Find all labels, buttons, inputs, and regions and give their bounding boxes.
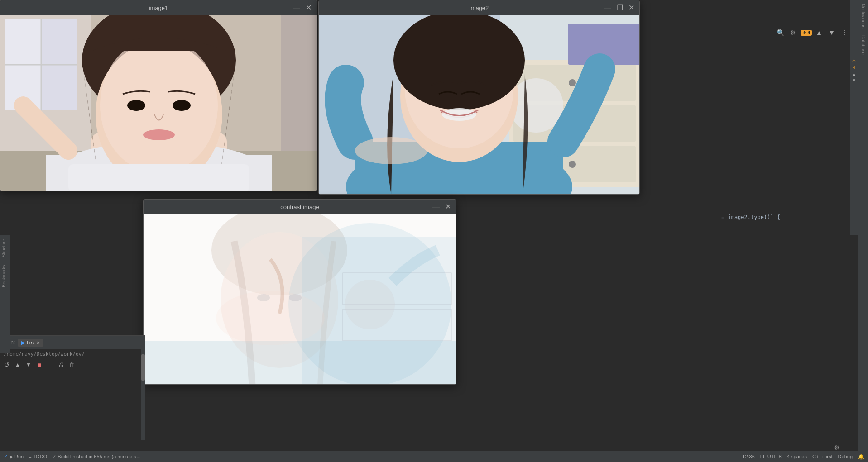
svg-point-47 [345, 280, 395, 329]
scrollbar-thumb [141, 354, 145, 381]
notif-sidebar: ⚠ 4 ▲ ▼ [850, 0, 858, 235]
image1-content [0, 15, 317, 191]
clear-button[interactable]: 🗑 [67, 360, 77, 370]
status-bar: ✓ ▶ Run ≡ TODO ✓ Build finished in 555 m… [0, 451, 868, 462]
status-mode: Debug [838, 454, 853, 459]
bookmarks-tab[interactable]: Bookmarks [0, 261, 10, 291]
top-right-toolbar: 🔍 ⚙ ⚠ 4 ▲ ▼ ⋮ [775, 27, 850, 38]
status-bar-right: 12:36 LF UTF-8 4 spaces C++: first Debug… [742, 454, 864, 460]
image2-close-button[interactable]: ✕ [627, 4, 636, 11]
stop-button[interactable]: ■ [34, 360, 44, 370]
status-indent: 4 spaces [787, 454, 807, 459]
svg-point-38 [355, 137, 427, 164]
image2-minimize-button[interactable]: — [603, 4, 613, 11]
build-text: ▶ Run ≡ TODO ✓ Build finished in 555 ms … [10, 454, 141, 460]
run-toolbar: ↺ ▲ ▼ ■ ≡ 🖨 🗑 [0, 359, 145, 371]
image2-restore-button[interactable]: ❐ [615, 4, 624, 11]
scroll-down-button[interactable]: ▼ [24, 360, 34, 370]
contrast-controls: — ✕ [431, 203, 452, 210]
contrast-svg [144, 214, 456, 385]
notif-up-button[interactable]: ▲ [852, 71, 856, 76]
svg-point-16 [173, 100, 191, 111]
run-icon[interactable]: ▶ Run [10, 454, 24, 459]
image1-minimize-button[interactable]: — [292, 4, 302, 11]
run-tab-name: first [27, 340, 35, 345]
top-toolbar-down[interactable]: ▼ [826, 27, 837, 38]
svg-point-51 [216, 291, 325, 345]
structure-tab[interactable]: Structure [0, 235, 10, 261]
image2-titlebar[interactable]: image2 — ❐ ✕ [319, 0, 639, 15]
top-toolbar-up[interactable]: ▲ [814, 27, 825, 38]
run-tab-icon: ▶ [21, 340, 25, 346]
image1-svg [0, 15, 317, 191]
code-text: = image2.type()) { [721, 214, 780, 220]
image2-window: image2 — ❐ ✕ [318, 0, 640, 195]
image1-controls: — ✕ [292, 4, 313, 11]
print-button[interactable]: 🖨 [56, 360, 66, 370]
image1-titlebar[interactable]: image1 — ✕ [0, 0, 317, 15]
image1-close-button[interactable]: ✕ [304, 4, 313, 11]
image2-controls: — ❐ ✕ [603, 4, 636, 11]
run-panel: Run: ▶ first × /home/navy/Desktop/work/o… [0, 335, 145, 462]
status-encoding: LF UTF-8 [760, 454, 782, 459]
notifications-tab[interactable]: Notifications [860, 0, 867, 32]
bottom-right-controls: ⚙ — [834, 444, 850, 451]
run-tab[interactable]: ▶ first × [18, 339, 43, 347]
warning-count: 4 [853, 65, 855, 70]
minimize-panel-button[interactable]: — [844, 444, 850, 451]
image1-title: image1 [149, 5, 168, 11]
warning-icon: ⚠ [852, 58, 856, 64]
svg-point-17 [143, 129, 175, 140]
notif-down-button[interactable]: ▼ [852, 78, 856, 83]
warning-badge: ⚠ 4 [801, 30, 812, 36]
image2-title: image2 [470, 5, 489, 11]
image2-svg [319, 15, 640, 195]
svg-rect-18 [68, 164, 249, 191]
contrast-content [144, 214, 456, 385]
rerun-button[interactable]: ↺ [2, 360, 12, 370]
code-line-1: = image2.type()) { [718, 213, 858, 221]
right-sidebar: Notifications Database [858, 0, 868, 462]
build-icon: ✓ [4, 454, 8, 460]
svg-point-14 [100, 38, 218, 173]
top-toolbar-search[interactable]: 🔍 [775, 27, 786, 38]
run-tab-close[interactable]: × [37, 340, 39, 345]
contrast-window: contrast image — ✕ [143, 199, 456, 385]
console-path: /home/navy/Desktop/work/ov/f [0, 349, 145, 359]
todo-icon[interactable]: ≡ TODO [29, 454, 47, 459]
svg-point-36 [393, 15, 525, 110]
image2-content [319, 15, 640, 195]
status-notif[interactable]: 🔔 [858, 454, 864, 460]
top-toolbar-settings[interactable]: ⚙ [788, 27, 799, 38]
svg-point-15 [127, 100, 145, 111]
status-time: 12:36 [742, 454, 755, 459]
panel-scrollbar[interactable] [141, 349, 145, 440]
svg-point-37 [442, 108, 476, 121]
svg-rect-50 [144, 341, 456, 385]
image1-window: image1 — ✕ [0, 0, 317, 191]
settings-button[interactable]: ⚙ [834, 444, 840, 451]
wrap-button[interactable]: ≡ [45, 360, 55, 370]
left-tabs: Structure Bookmarks [0, 235, 10, 353]
contrast-titlebar[interactable]: contrast image — ✕ [144, 200, 456, 214]
run-bar: Run: ▶ first × [0, 336, 145, 349]
top-toolbar-menu[interactable]: ⋮ [839, 27, 850, 38]
contrast-close-button[interactable]: ✕ [444, 203, 452, 210]
scroll-up-button[interactable]: ▲ [13, 360, 23, 370]
svg-point-26 [569, 79, 576, 86]
build-message: ✓ Build finished in 555 ms (a minute a..… [52, 454, 140, 459]
database-tab[interactable]: Database [860, 32, 867, 58]
status-language: C++: first [812, 454, 833, 459]
svg-point-28 [569, 161, 576, 168]
contrast-minimize-button[interactable]: — [431, 203, 441, 210]
contrast-title: contrast image [280, 204, 319, 210]
